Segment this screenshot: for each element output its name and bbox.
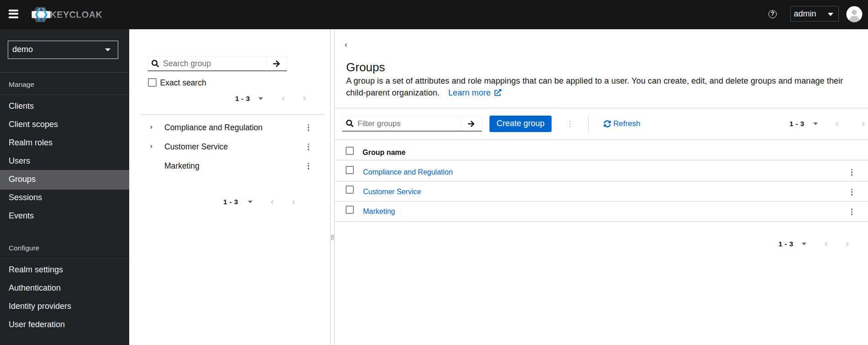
svg-text:KEYCLOAK: KEYCLOAK bbox=[50, 10, 103, 20]
